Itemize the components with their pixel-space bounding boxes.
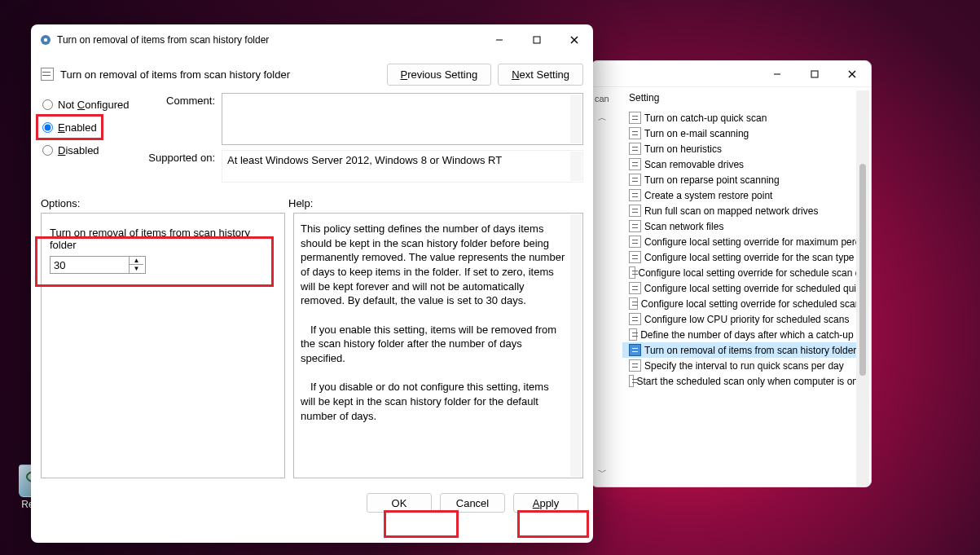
- close-button[interactable]: [556, 27, 593, 53]
- vertical-scrollbar[interactable]: [856, 90, 869, 487]
- radio-not-configured[interactable]: Not Configured: [41, 93, 138, 116]
- policy-icon: [629, 158, 641, 170]
- apply-button[interactable]: Apply: [513, 493, 578, 513]
- list-item[interactable]: Configure local setting override for sch…: [622, 265, 866, 280]
- dialog-subtitle: Turn on removal of items from scan histo…: [60, 68, 290, 81]
- list-item[interactable]: Scan removable drives: [622, 156, 866, 172]
- list-item-label: Turn on e-mail scanning: [644, 128, 749, 139]
- list-item-label: Configure local setting override for sch…: [639, 267, 867, 279]
- list-item-label: Configure low CPU priority for scheduled…: [644, 314, 849, 325]
- chevron-up-icon[interactable]: ︿: [591, 112, 622, 124]
- comment-textarea[interactable]: [222, 93, 583, 145]
- policy-icon: [629, 112, 641, 124]
- list-item-label: Run full scan on mapped network drives: [644, 205, 818, 217]
- maximize-button[interactable]: [518, 27, 556, 53]
- policy-icon: [629, 282, 641, 294]
- list-item[interactable]: Turn on catch-up quick scan: [622, 110, 866, 126]
- radio-enabled-input[interactable]: [42, 122, 53, 133]
- help-paragraph: If you disable or do not configure this …: [301, 380, 566, 423]
- spinner-down-icon[interactable]: ▼: [130, 265, 143, 273]
- list-item[interactable]: Configure local setting override for max…: [622, 234, 866, 249]
- list-item[interactable]: Start the scheduled scan only when compu…: [622, 373, 866, 389]
- minimize-button[interactable]: [758, 61, 796, 87]
- list-item-label: Create a system restore point: [644, 190, 772, 201]
- policy-icon: [41, 68, 54, 81]
- help-pane: This policy setting defines the number o…: [293, 213, 583, 478]
- days-spinner[interactable]: ▲ ▼: [50, 256, 146, 274]
- vertical-scrollbar[interactable]: [570, 95, 582, 143]
- policy-icon: [629, 297, 638, 310]
- list-item[interactable]: Create a system restore point: [622, 187, 866, 203]
- option-caption: Turn on removal of items from scan histo…: [50, 227, 276, 251]
- days-input[interactable]: [51, 257, 129, 273]
- spinner-up-icon[interactable]: ▲: [130, 257, 143, 265]
- previous-setting-button[interactable]: Previous Setting: [387, 64, 492, 86]
- policy-icon: [629, 359, 641, 372]
- help-heading: Help:: [288, 197, 313, 209]
- options-pane: Turn on removal of items from scan histo…: [41, 213, 285, 478]
- policy-icon: [629, 266, 635, 279]
- list-item[interactable]: Configure low CPU priority for scheduled…: [622, 311, 866, 327]
- chevron-down-icon[interactable]: ﹀: [591, 466, 607, 478]
- radio-disabled-input[interactable]: [42, 145, 53, 156]
- list-item[interactable]: Configure local setting override for sch…: [622, 280, 866, 296]
- svg-rect-1: [811, 71, 818, 77]
- bg-left-column: can ︿ ﹀: [591, 90, 622, 487]
- list-item[interactable]: Run full scan on mapped network drives: [622, 203, 866, 218]
- settings-list[interactable]: Setting Turn on catch-up quick scanTurn …: [622, 90, 871, 487]
- settings-list-window: can ︿ ﹀ Setting Turn on catch-up quick s…: [591, 60, 872, 487]
- list-item[interactable]: Configure local setting override for the…: [622, 249, 866, 265]
- list-item[interactable]: Turn on reparse point scanning: [622, 172, 866, 187]
- policy-icon: [629, 236, 641, 248]
- supported-on-text: At least Windows Server 2012, Windows 8 …: [222, 150, 583, 183]
- policy-icon: [629, 344, 641, 356]
- vertical-scrollbar[interactable]: [570, 214, 582, 477]
- policy-icon: [629, 174, 641, 186]
- radio-enabled[interactable]: Enabled: [41, 116, 138, 139]
- list-item-label: Configure local setting override for the…: [644, 252, 865, 263]
- settings-column-header: Setting: [622, 90, 866, 110]
- state-radio-group: Not Configured Enabled Disabled: [41, 93, 138, 194]
- bg-titlebar[interactable]: [591, 61, 871, 87]
- help-paragraph: This policy setting defines the number o…: [301, 222, 566, 308]
- cancel-button[interactable]: Cancel: [440, 493, 505, 513]
- list-item-label: Define the number of days after which a …: [640, 329, 866, 341]
- policy-icon: [629, 220, 641, 232]
- list-item[interactable]: Turn on removal of items from scan histo…: [622, 342, 866, 358]
- supported-on-label: Supported on:: [145, 150, 215, 183]
- policy-icon: [629, 375, 634, 387]
- maximize-button[interactable]: [796, 61, 833, 87]
- dialog-title: Turn on removal of items from scan histo…: [57, 34, 269, 46]
- policy-icon: [629, 251, 641, 263]
- list-item[interactable]: Specify the interval to run quick scans …: [622, 358, 866, 373]
- close-button[interactable]: [833, 61, 871, 87]
- radio-disabled[interactable]: Disabled: [41, 139, 138, 161]
- policy-icon: [629, 205, 641, 217]
- policy-icon: [629, 189, 641, 201]
- list-item-label: Turn on heuristics: [644, 143, 722, 155]
- svg-point-5: [44, 38, 47, 42]
- list-item[interactable]: Configure local setting override for sch…: [622, 296, 866, 311]
- gear-icon: [39, 33, 52, 46]
- ok-button[interactable]: OK: [367, 493, 432, 513]
- next-setting-button[interactable]: Next Setting: [498, 64, 583, 86]
- options-heading: Options:: [41, 197, 288, 209]
- list-item-label: Start the scheduled scan only when compu…: [637, 376, 867, 387]
- scroll-thumb[interactable]: [859, 164, 866, 376]
- list-item[interactable]: Turn on heuristics: [622, 141, 866, 156]
- list-item[interactable]: Scan network files: [622, 218, 866, 234]
- policy-icon: [629, 143, 641, 155]
- svg-rect-7: [534, 37, 540, 43]
- list-item[interactable]: Turn on e-mail scanning: [622, 126, 866, 141]
- list-item[interactable]: Define the number of days after which a …: [622, 327, 866, 342]
- list-item-label: Specify the interval to run quick scans …: [644, 360, 844, 372]
- list-item-label: Configure local setting override for max…: [644, 236, 865, 248]
- minimize-button[interactable]: [481, 27, 518, 53]
- list-item-label: Turn on removal of items from scan histo…: [644, 345, 856, 356]
- vertical-scrollbar[interactable]: [570, 152, 582, 181]
- radio-not-configured-input[interactable]: [42, 99, 53, 110]
- help-paragraph: If you enable this setting, items will b…: [301, 323, 566, 366]
- list-item-label: Scan network files: [644, 221, 723, 232]
- dialog-titlebar[interactable]: Turn on removal of items from scan histo…: [31, 24, 593, 55]
- list-item-label: Configure local setting override for sch…: [641, 298, 866, 310]
